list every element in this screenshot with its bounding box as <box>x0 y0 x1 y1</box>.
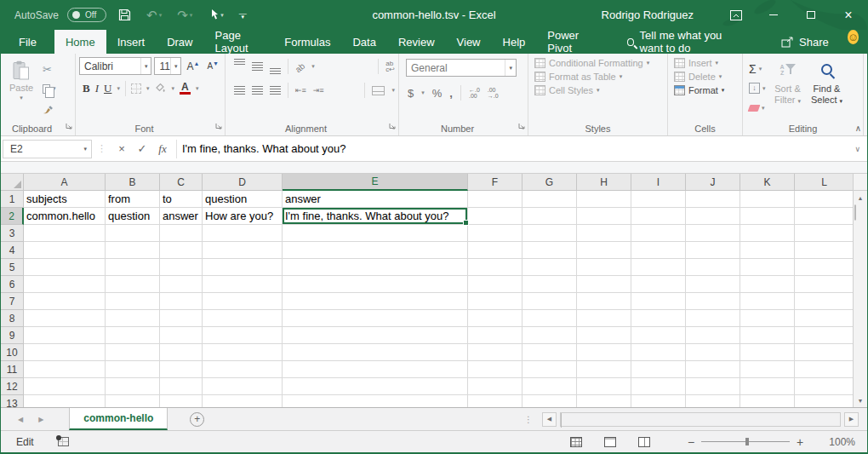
align-left-button[interactable] <box>234 86 245 95</box>
cell-G7[interactable] <box>523 293 577 310</box>
percent-button[interactable]: % <box>432 87 443 100</box>
cell-I6[interactable] <box>631 276 686 293</box>
cell-L9[interactable] <box>795 327 853 344</box>
currency-button[interactable]: $ <box>408 87 414 100</box>
tell-me-box[interactable]: Tell me what you want to do <box>627 30 742 54</box>
cell-K12[interactable] <box>740 378 795 395</box>
column-header-E[interactable]: E <box>283 174 468 191</box>
autosave-toggle[interactable]: Off <box>67 8 106 22</box>
cell-D6[interactable] <box>203 276 283 293</box>
column-header-D[interactable]: D <box>203 174 283 191</box>
cancel-entry-button[interactable]: × <box>111 140 132 158</box>
underline-button[interactable]: U <box>104 82 111 95</box>
cell-H1[interactable] <box>577 191 631 208</box>
cell-A5[interactable] <box>24 259 106 276</box>
cell-H5[interactable] <box>577 259 631 276</box>
scroll-down-button[interactable]: ▼ <box>854 394 867 407</box>
column-header-B[interactable]: B <box>106 174 160 191</box>
cell-I4[interactable] <box>631 242 686 259</box>
cell-L6[interactable] <box>795 276 853 293</box>
vertical-scrollbar[interactable]: ▲ ▼ <box>853 174 867 407</box>
column-header-C[interactable]: C <box>160 174 203 191</box>
column-header-F[interactable]: F <box>468 174 523 191</box>
cell-I12[interactable] <box>631 378 686 395</box>
cell-E1[interactable]: answer <box>283 191 468 208</box>
fill-color-caret-icon[interactable]: ▾ <box>171 85 174 92</box>
row-header-4[interactable]: 4 <box>1 242 24 259</box>
cell-J13[interactable] <box>686 395 740 407</box>
scroll-right-button[interactable]: ▶ <box>844 412 859 427</box>
select-all-corner[interactable] <box>1 174 24 191</box>
decrease-decimal-button[interactable]: .00→.0 <box>488 87 499 99</box>
cell-F6[interactable] <box>468 276 523 293</box>
vertical-scroll-thumb[interactable] <box>854 204 856 221</box>
format-as-table-button[interactable]: Format as Table▾ <box>532 72 664 82</box>
copy-button[interactable]: ▾ <box>40 80 59 97</box>
cell-D3[interactable] <box>203 225 283 242</box>
cell-D12[interactable] <box>203 378 283 395</box>
cell-G10[interactable] <box>523 344 577 361</box>
cell-A13[interactable] <box>24 395 106 407</box>
cell-B11[interactable] <box>106 361 160 378</box>
tab-formulas[interactable]: Formulas <box>273 30 341 54</box>
zoom-level[interactable]: 100% <box>829 436 855 448</box>
next-sheet-button[interactable]: ▶ <box>38 416 43 423</box>
cell-C1[interactable]: to <box>160 191 203 208</box>
cell-G3[interactable] <box>523 225 577 242</box>
cell-H6[interactable] <box>577 276 631 293</box>
cell-K9[interactable] <box>740 327 795 344</box>
cell-A8[interactable] <box>24 310 106 327</box>
row-header-13[interactable]: 13 <box>1 395 24 407</box>
cell-J7[interactable] <box>686 293 740 310</box>
autosum-button[interactable]: Σ ▾ <box>746 60 768 78</box>
cell-K1[interactable] <box>740 191 795 208</box>
row-header-12[interactable]: 12 <box>1 378 24 395</box>
cell-F2[interactable] <box>468 208 523 225</box>
cell-A4[interactable] <box>24 242 106 259</box>
cell-C9[interactable] <box>160 327 203 344</box>
cell-K2[interactable] <box>740 208 795 225</box>
alignment-dialog-launcher[interactable] <box>389 118 396 133</box>
cell-L4[interactable] <box>795 242 853 259</box>
increase-indent-button[interactable]: ⇥≡ <box>313 86 324 95</box>
cell-J5[interactable] <box>686 259 740 276</box>
horizontal-scroll-track[interactable] <box>560 412 841 427</box>
cell-D11[interactable] <box>203 361 283 378</box>
cell-G13[interactable] <box>523 395 577 407</box>
increase-decimal-button[interactable]: ←.0.00 <box>469 87 480 99</box>
format-cells-button[interactable]: Format▾ <box>671 85 739 95</box>
row-header-9[interactable]: 9 <box>1 327 24 344</box>
tab-view[interactable]: View <box>446 30 492 54</box>
cell-I8[interactable] <box>631 310 686 327</box>
cell-C6[interactable] <box>160 276 203 293</box>
cell-C2[interactable]: answer <box>160 208 203 225</box>
cell-I1[interactable] <box>631 191 686 208</box>
cell-G5[interactable] <box>523 259 577 276</box>
cell-D7[interactable] <box>203 293 283 310</box>
minimize-button[interactable] <box>755 0 792 30</box>
cell-styles-button[interactable]: Cell Styles▾ <box>532 85 664 95</box>
delete-cells-button[interactable]: Delete▾ <box>671 72 739 82</box>
increase-font-size-button[interactable]: A▲ <box>184 60 202 72</box>
cell-L5[interactable] <box>795 259 853 276</box>
cell-C13[interactable] <box>160 395 203 407</box>
cell-I5[interactable] <box>631 259 686 276</box>
cell-E13[interactable] <box>283 395 468 407</box>
cell-G1[interactable] <box>523 191 577 208</box>
cell-E7[interactable] <box>283 293 468 310</box>
new-sheet-button[interactable]: + <box>190 412 204 427</box>
cell-A7[interactable] <box>24 293 106 310</box>
insert-function-button[interactable]: fx <box>152 140 173 158</box>
paste-button[interactable]: Paste ▾ <box>4 57 38 118</box>
cell-B7[interactable] <box>106 293 160 310</box>
name-box[interactable]: E2 ▾ <box>3 140 92 158</box>
cell-H4[interactable] <box>577 242 631 259</box>
cell-H3[interactable] <box>577 225 631 242</box>
fill-color-button[interactable] <box>154 81 166 96</box>
cell-G12[interactable] <box>523 378 577 395</box>
vertical-scroll-track[interactable] <box>854 204 867 394</box>
cell-D4[interactable] <box>203 242 283 259</box>
cell-C10[interactable] <box>160 344 203 361</box>
cell-H8[interactable] <box>577 310 631 327</box>
column-header-L[interactable]: L <box>795 174 853 191</box>
